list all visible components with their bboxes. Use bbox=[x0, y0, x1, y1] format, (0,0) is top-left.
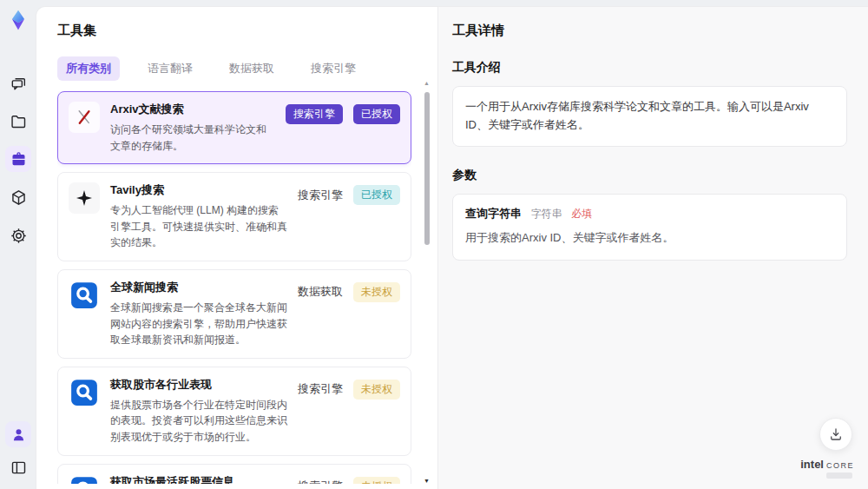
tab-all-categories[interactable]: 所有类别 bbox=[57, 56, 120, 81]
brand-core-text: core bbox=[826, 458, 854, 471]
tool-card-most-active-stocks[interactable]: 获取市场最活跃股票信息 提供当天交易量最高的股票列表，投资者可以利用这些信息来识… bbox=[57, 464, 411, 484]
cube-icon[interactable] bbox=[5, 184, 31, 210]
tool-info: Arxiv文献搜索 访问各个研究领域大量科学论文和文章的存储库。 bbox=[110, 102, 275, 154]
tool-card-arxiv[interactable]: Arxiv文献搜索 访问各个研究领域大量科学论文和文章的存储库。 搜索引擎 已授… bbox=[57, 91, 411, 164]
tool-description: 提供股票市场各个行业在特定时间段内的表现。投资者可以利用这些信息来识别表现优于或… bbox=[110, 397, 287, 446]
tavily-star-icon bbox=[69, 182, 100, 214]
category-label: 数据获取 bbox=[298, 284, 343, 300]
param-type: 字符串 bbox=[531, 208, 562, 220]
app-logo-icon bbox=[7, 9, 30, 31]
category-badge: 搜索引擎 bbox=[286, 104, 343, 124]
tab-search-engine[interactable]: 搜索引擎 bbox=[302, 56, 365, 81]
tool-tags: 搜索引擎 已授权 bbox=[298, 185, 400, 205]
tool-card-global-news[interactable]: 全球新闻搜索 全球新闻搜索是一个聚合全球各大新闻网站内容的搜索引擎，帮助用户快速… bbox=[57, 269, 411, 359]
download-button[interactable] bbox=[819, 418, 852, 451]
page-title: 工具集 bbox=[57, 23, 411, 39]
tab-data-fetch[interactable]: 数据获取 bbox=[220, 56, 283, 81]
category-label: 搜索引擎 bbox=[298, 188, 343, 203]
tool-info: 获取市场最活跃股票信息 提供当天交易量最高的股票列表，投资者可以利用这些信息来识… bbox=[110, 474, 287, 484]
tab-language-translation[interactable]: 语言翻译 bbox=[139, 56, 201, 81]
param-description: 用于搜索的Arxiv ID、关键字或作者姓名。 bbox=[465, 229, 834, 248]
tool-tags: 数据获取 未授权 bbox=[298, 282, 400, 302]
intel-core-logo: intelcore bbox=[800, 459, 854, 479]
param-card: 查询字符串 字符串 必填 用于搜索的Arxiv ID、关键字或作者姓名。 bbox=[452, 194, 847, 261]
auth-status-badge: 未授权 bbox=[353, 380, 400, 400]
tool-tags: 搜索引擎 已授权 bbox=[286, 104, 400, 124]
tool-name: 获取股市各行业表现 bbox=[110, 377, 287, 393]
arxiv-logo-icon bbox=[69, 102, 100, 133]
sidebar bbox=[0, 0, 36, 489]
panel-toggle-icon[interactable] bbox=[5, 454, 31, 480]
brand-intel-text: intel bbox=[800, 458, 824, 471]
main-content: 工具集 所有类别 语言翻译 数据获取 搜索引擎 A bbox=[36, 7, 868, 489]
tool-description: 访问各个研究领域大量科学论文和文章的存储库。 bbox=[110, 122, 275, 154]
chat-icon[interactable] bbox=[5, 69, 31, 96]
param-name: 查询字符串 bbox=[465, 207, 522, 220]
news-search-icon bbox=[69, 280, 100, 311]
tool-name: Arxiv文献搜索 bbox=[110, 102, 275, 117]
category-tabs: 所有类别 语言翻译 数据获取 搜索引擎 bbox=[57, 56, 411, 81]
tool-tags: 搜索引擎 未授权 bbox=[298, 477, 400, 484]
tool-name: 获取市场最活跃股票信息 bbox=[110, 474, 287, 484]
sidebar-nav bbox=[5, 69, 31, 248]
brand-sub-bar bbox=[826, 472, 852, 479]
tools-panel: 工具集 所有类别 语言翻译 数据获取 搜索引擎 A bbox=[36, 7, 437, 489]
tool-info: Tavily搜索 专为人工智能代理 (LLM) 构建的搜索引擎工具。可快速提供实… bbox=[110, 182, 287, 251]
tool-list: Arxiv文献搜索 访问各个研究领域大量科学论文和文章的存储库。 搜索引擎 已授… bbox=[57, 91, 411, 484]
param-header: 查询字符串 字符串 必填 bbox=[465, 205, 834, 223]
tool-card-tavily[interactable]: Tavily搜索 专为人工智能代理 (LLM) 构建的搜索引擎工具。可快速提供实… bbox=[57, 172, 411, 261]
folder-icon[interactable] bbox=[5, 108, 31, 134]
tool-info: 全球新闻搜索 全球新闻搜索是一个聚合全球各大新闻网站内容的搜索引擎，帮助用户快速… bbox=[110, 280, 287, 348]
scroll-down-arrow[interactable]: ▼ bbox=[424, 478, 430, 484]
user-avatar-icon[interactable] bbox=[5, 421, 31, 447]
param-required-badge: 必填 bbox=[571, 208, 592, 220]
category-label: 搜索引擎 bbox=[298, 479, 343, 484]
news-search-icon bbox=[69, 377, 100, 408]
intro-text: 一个用于从Arxiv存储库搜索科学论文和文章的工具。输入可以是Arxiv ID、… bbox=[465, 100, 809, 131]
app-window: 工具集 所有类别 语言翻译 数据获取 搜索引擎 A bbox=[0, 0, 868, 489]
auth-status-badge: 未授权 bbox=[353, 477, 400, 484]
scrollbar-thumb[interactable] bbox=[424, 92, 430, 245]
list-scrollbar[interactable]: ▲ ▼ bbox=[423, 80, 431, 486]
tool-info: 获取股市各行业表现 提供股票市场各个行业在特定时间段内的表现。投资者可以利用这些… bbox=[110, 377, 287, 446]
news-search-icon bbox=[69, 474, 100, 484]
auth-status-badge: 已授权 bbox=[353, 185, 400, 205]
sidebar-bottom bbox=[5, 421, 31, 480]
tool-description: 专为人工智能代理 (LLM) 构建的搜索引擎工具。可快速提供实时、准确和真实的结… bbox=[110, 202, 287, 251]
category-label: 搜索引擎 bbox=[298, 381, 343, 397]
toolbox-icon[interactable] bbox=[5, 146, 31, 172]
auth-status-badge: 已授权 bbox=[353, 104, 400, 124]
detail-panel: 工具详情 工具介绍 一个用于从Arxiv存储库搜索科学论文和文章的工具。输入可以… bbox=[437, 7, 868, 489]
detail-title: 工具详情 bbox=[452, 23, 847, 39]
auth-status-badge: 未授权 bbox=[353, 282, 400, 302]
scroll-up-arrow[interactable]: ▲ bbox=[424, 80, 430, 86]
settings-gear-icon[interactable] bbox=[5, 222, 31, 248]
intro-card: 一个用于从Arxiv存储库搜索科学论文和文章的工具。输入可以是Arxiv ID、… bbox=[452, 86, 847, 147]
tool-tags: 搜索引擎 未授权 bbox=[298, 380, 400, 400]
tool-card-sector-performance[interactable]: 获取股市各行业表现 提供股票市场各个行业在特定时间段内的表现。投资者可以利用这些… bbox=[57, 367, 411, 456]
tool-name: 全球新闻搜索 bbox=[110, 280, 287, 295]
tool-description: 全球新闻搜索是一个聚合全球各大新闻网站内容的搜索引擎，帮助用户快速获取全球最新资… bbox=[110, 300, 287, 348]
tool-name: Tavily搜索 bbox=[110, 182, 287, 198]
params-heading: 参数 bbox=[452, 168, 847, 183]
intro-heading: 工具介绍 bbox=[452, 60, 847, 76]
